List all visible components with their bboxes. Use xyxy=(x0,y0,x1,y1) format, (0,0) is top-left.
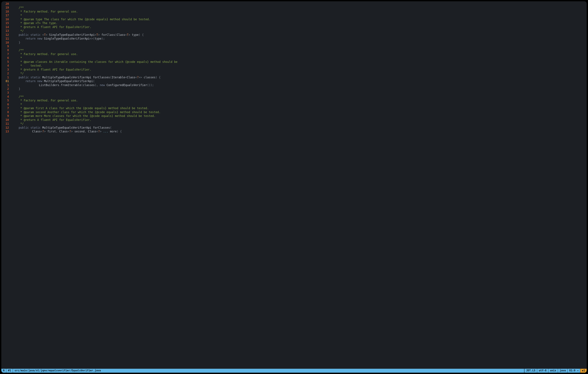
code-line[interactable]: 20 xyxy=(1,2,587,6)
code-line[interactable]: 8 /** xyxy=(1,48,587,52)
token: ()); xyxy=(147,83,154,87)
code-line[interactable]: 5 * Factory method. For general use. xyxy=(1,99,587,102)
code-line[interactable]: 12 public static <T> SingleTypeEqualsVer… xyxy=(1,33,587,37)
line-number: 18 xyxy=(1,10,12,13)
token: { xyxy=(142,33,144,36)
code-content[interactable]: */ xyxy=(12,122,587,126)
code-line[interactable]: 1 ListBuilders.fromIterable(classes), ne… xyxy=(1,83,587,87)
diagnostics-count[interactable]: ◆1 xyxy=(580,369,587,373)
code-content[interactable]: */ xyxy=(12,29,587,33)
code-line[interactable]: 2 } xyxy=(1,87,587,91)
code-content[interactable]: * xyxy=(12,102,587,106)
token: * tested. xyxy=(12,64,42,67)
code-content[interactable]: * tested. xyxy=(12,64,587,68)
code-content[interactable] xyxy=(12,2,587,6)
line-number: 12 xyxy=(1,126,12,130)
code-line[interactable]: 6 * xyxy=(1,56,587,60)
token: ) xyxy=(139,33,142,36)
code-content[interactable] xyxy=(12,44,587,48)
token: ? xyxy=(137,76,138,79)
code-line[interactable]: 10 * @return A fluent API for EqualsVeri… xyxy=(1,118,587,122)
code-content[interactable]: /** xyxy=(12,95,587,99)
code-content[interactable] xyxy=(12,91,587,95)
code-content[interactable]: * Factory method. For general use. xyxy=(12,52,587,56)
token: > xyxy=(46,33,49,36)
code-content[interactable]: public static <T> SingleTypeEqualsVerifi… xyxy=(12,33,587,37)
code-line[interactable]: 7 * @param first A class for which the {… xyxy=(1,106,587,110)
code-content[interactable]: * xyxy=(12,56,587,60)
token: < xyxy=(135,76,137,79)
code-line[interactable]: 3 xyxy=(1,91,587,95)
code-line[interactable]: 16 * @param type The class for which the… xyxy=(1,18,587,21)
code-line[interactable]: 14 * @return A fluent API for EqualsVeri… xyxy=(1,25,587,29)
code-content[interactable]: * @return A fluent API for EqualsVerifie… xyxy=(12,68,587,71)
code-content[interactable]: * xyxy=(12,13,587,17)
code-line[interactable]: 11 return new SingleTypeEqualsVerifierAp… xyxy=(1,37,587,40)
token: ); xyxy=(101,37,105,40)
code-editor[interactable]: 20 19 /**18 * Factory method. For genera… xyxy=(1,1,587,369)
code-content[interactable]: ListBuilders.fromIterable(classes), new … xyxy=(12,83,587,87)
token: ... xyxy=(102,130,110,133)
code-line[interactable]: 13 */ xyxy=(1,29,587,33)
code-line[interactable]: 2 */ xyxy=(1,71,587,75)
token: SingleTypeEqualsVerifierApi xyxy=(49,33,94,36)
code-content[interactable]: /** xyxy=(12,48,587,52)
code-line[interactable]: 4 /** xyxy=(1,95,587,99)
token: return new xyxy=(12,37,44,40)
code-content[interactable]: * @param classes An iterable containing … xyxy=(12,60,587,64)
code-content[interactable]: * @param first A class for which the {@c… xyxy=(12,106,587,110)
code-content[interactable]: * @param <T> The type. xyxy=(12,21,587,25)
line-number: 14 xyxy=(1,25,12,29)
token: T xyxy=(127,33,128,36)
code-content[interactable]: * @param second Another class for which … xyxy=(12,110,587,114)
statusline: N #1 src/main/java/nl/jqno/equalsverifie… xyxy=(1,369,587,373)
code-line[interactable]: 11 */ xyxy=(1,122,587,126)
token: } xyxy=(12,41,20,44)
code-line[interactable]: 4 * tested. xyxy=(1,64,587,68)
code-line[interactable]: 7 * Factory method. For general use. xyxy=(1,52,587,56)
code-content[interactable]: */ xyxy=(12,71,587,75)
code-line[interactable]: 12 public static MultipleTypeEqualsVerif… xyxy=(1,126,587,130)
code-content[interactable]: return new MultipleTypeEqualsVerifierApi… xyxy=(12,79,587,83)
code-content[interactable]: return new SingleTypeEqualsVerifierApi<>… xyxy=(12,37,587,40)
code-content[interactable]: * @return A fluent API for EqualsVerifie… xyxy=(12,25,587,29)
code-content[interactable]: * Factory method. For general use. xyxy=(12,99,587,102)
code-line[interactable]: 10 } xyxy=(1,41,587,44)
code-line[interactable]: 19 /** xyxy=(1,6,587,10)
token: return new xyxy=(12,80,44,83)
code-content[interactable]: public static MultipleTypeEqualsVerifier… xyxy=(12,76,587,79)
token: ), xyxy=(95,83,100,87)
line-number: 12 xyxy=(1,33,12,37)
line-number: 3 xyxy=(1,68,12,71)
code-line[interactable]: 17 * xyxy=(1,13,587,17)
code-line[interactable]: 9 * @param more More classes for which t… xyxy=(1,114,587,118)
token: . xyxy=(59,83,61,87)
code-content[interactable]: * Factory method. For general use. xyxy=(12,10,587,13)
code-line[interactable]: 15 * @param <T> The type. xyxy=(1,21,587,25)
code-line[interactable]: 3 * @return A fluent API for EqualsVerif… xyxy=(1,68,587,71)
line-number: 6 xyxy=(1,56,12,60)
token: new xyxy=(100,83,106,87)
code-line[interactable]: 9 xyxy=(1,44,587,48)
code-content[interactable]: public static MultipleTypeEqualsVerifier… xyxy=(12,126,587,130)
code-line[interactable]: 6 * xyxy=(1,102,587,106)
token: > xyxy=(98,33,101,36)
code-content[interactable]: * @param type The class for which the {@… xyxy=(12,18,587,21)
token: public static xyxy=(12,33,42,36)
code-line[interactable]: 13 Class<?> first, Class<?> second, Clas… xyxy=(1,130,587,133)
code-line[interactable]: 1 public static MultipleTypeEqualsVerifi… xyxy=(1,76,587,79)
token: Class xyxy=(32,130,41,133)
code-line[interactable]: 5 * @param classes An iterable containin… xyxy=(1,60,587,64)
code-line[interactable]: 81 return new MultipleTypeEqualsVerifier… xyxy=(1,79,587,83)
code-content[interactable]: * @param more More classes for which the… xyxy=(12,114,587,118)
token: second xyxy=(74,130,84,133)
code-content[interactable]: Class<?> first, Class<?> second, Class<?… xyxy=(12,130,587,133)
token: classes xyxy=(144,76,156,79)
line-number: 81 xyxy=(1,79,12,83)
code-content[interactable]: } xyxy=(12,87,587,91)
code-line[interactable]: 18 * Factory method. For general use. xyxy=(1,10,587,13)
code-content[interactable]: * @return A fluent API for EqualsVerifie… xyxy=(12,118,587,122)
code-content[interactable]: /** xyxy=(12,6,587,10)
code-line[interactable]: 8 * @param second Another class for whic… xyxy=(1,110,587,114)
code-content[interactable]: } xyxy=(12,41,587,44)
